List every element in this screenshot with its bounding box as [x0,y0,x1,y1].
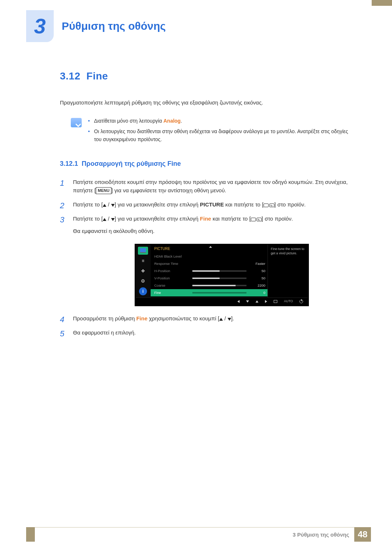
osd-row: HDMI Black Level [154,253,265,260]
osd-tab-setup-icon [138,277,148,285]
section-heading: 3.12 Fine [60,68,348,84]
section-intro: Πραγματοποιήστε λεπτομερή ρύθμιση της οθ… [60,98,348,107]
footer-text: 3 Ρύθμιση της οθόνης [293,530,349,539]
enter-icon [264,204,274,207]
osd-nav-left-icon [237,300,240,303]
footer-stripe [26,527,35,542]
page-number: 48 [354,527,371,542]
menu-badge: MENU [96,187,111,194]
osd-row-value: 50 [253,276,265,281]
enter-icon [251,218,262,221]
osd-row-value: Faster [253,261,265,267]
section-title: Fine [86,70,108,82]
osd-row: Fine0 [151,289,268,296]
note-item: Διατίθεται μόνο στη λειτουργία Analog. [88,117,348,125]
step: Πατήστε οποιοδήποτε κουμπί στην πρόσοψη … [60,178,348,195]
osd-nav-down-icon [246,300,249,303]
page-footer: 3 Ρύθμιση της οθόνης 48 [26,527,371,542]
step: Προσαρμόστε τη ρύθμιση Fine χρησιμοποιών… [60,314,348,323]
chapter-number: 3 [34,16,46,37]
osd-row: H-Position50 [154,267,265,275]
osd-row-name: Response Time [154,261,189,267]
osd-tab-picture-icon [138,247,148,255]
osd-row-value: 0 [253,290,265,296]
osd-row-name: Coarse [154,283,189,288]
osd-tab-position-icon [138,267,148,275]
note-icon [71,118,82,127]
chapter-badge: 3 [26,10,54,42]
osd-description: Fine-tune the screen to get a vivid pict… [268,245,308,297]
osd-body: PICTURE HDMI Black LevelResponse TimeFas… [151,245,268,297]
osd-row-value: 50 [253,268,265,274]
triangle-up-icon [103,218,106,221]
picture-label: PICTURE [200,201,224,208]
osd-power-icon [299,300,303,303]
triangle-down-icon [111,218,115,221]
osd-row-bar [192,278,246,279]
triangle-down-icon [111,204,115,207]
page-header: 3 Ρύθμιση της οθόνης [0,0,392,42]
osd-row-bar [192,292,246,294]
triangle-up-icon [103,204,106,207]
osd-screenshot: PICTURE HDMI Black LevelResponse TimeFas… [135,244,309,306]
step: Θα εφαρμοστεί η επιλογή. [60,328,348,337]
chapter-title: Ρύθμιση της οθόνης [62,18,166,35]
osd-footer-auto: AUTO [284,299,293,304]
osd-row: Coarse2200 [154,282,265,289]
step-subtext: Θα εμφανιστεί η ακόλουθη οθόνη. [73,227,348,235]
accent-fine: Fine [200,216,211,222]
triangle-up-icon [219,318,223,321]
step: Πατήστε το [ / ] για να μετακινηθείτε στ… [60,214,348,306]
osd-row-name: V-Position [154,276,189,281]
top-corner-tab [372,0,392,6]
osd-tab-info-icon [139,287,147,295]
osd-row-name: H-Position [154,268,189,274]
osd-scroll-up-icon [209,246,212,248]
note-item: Οι λειτουργίες που διατίθενται στην οθόν… [88,128,348,143]
osd-row-value: 2200 [253,283,265,288]
osd-nav-right-icon [265,300,267,303]
note-block: Διατίθεται μόνο στη λειτουργία Analog. Ο… [71,117,348,147]
section-number: 3.12 [60,70,81,82]
note-list: Διατίθεται μόνο στη λειτουργία Analog. Ο… [88,117,348,147]
step: Πατήστε το [ / ] για να μετακινηθείτε στ… [60,200,348,209]
osd-row-bar [192,285,246,286]
page-content: 3.12 Fine Πραγματοποιήστε λεπτομερή ρύθμ… [0,42,392,337]
osd-row-name: Fine [154,290,189,296]
osd-row-name: HDMI Black Level [154,254,189,259]
osd-tab-menu-icon [138,257,148,265]
accent-analog: Analog [163,118,180,124]
osd-sidebar [135,245,151,297]
osd-row: Response TimeFaster [154,260,265,267]
subsection-heading: 3.12.1 Προσαρμογή της ρύθμισης Fine [60,159,348,169]
osd-nav-enter-icon [274,300,277,303]
osd-footer: AUTO [135,297,308,305]
osd-nav-up-icon [256,300,258,303]
osd-row-bar [192,270,246,272]
triangle-down-icon [228,318,231,321]
steps-list: Πατήστε οποιοδήποτε κουμπί στην πρόσοψη … [60,178,348,337]
accent-fine: Fine [136,315,147,321]
osd-row: V-Position50 [154,275,265,282]
